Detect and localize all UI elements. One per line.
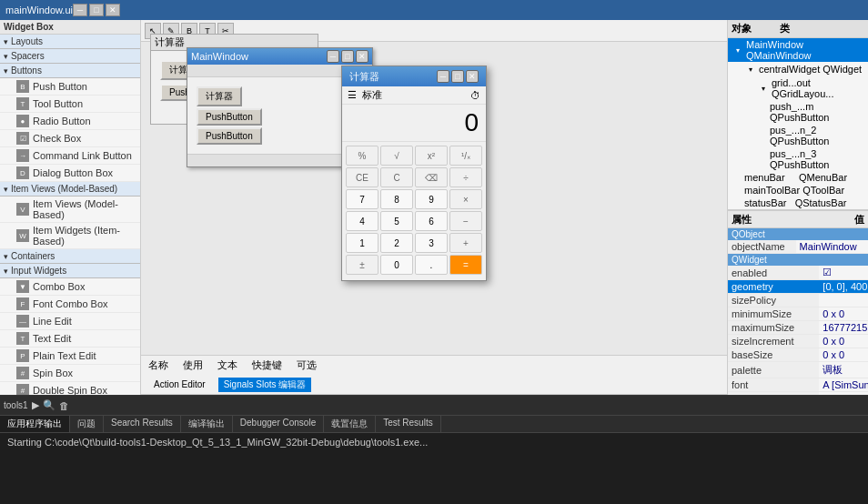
prop-section-qwidget: QWidget: [728, 254, 868, 266]
mw-title-text: MainWindow: [191, 51, 248, 62]
calc-max-btn[interactable]: □: [451, 70, 464, 83]
tab-deploy-info[interactable]: 载置信息: [324, 416, 376, 432]
designer-status-bar: 名称 使用 文本 快捷键 可选: [141, 355, 727, 375]
calc-sqrt-btn[interactable]: √: [380, 146, 413, 166]
widget-dialog-btn-box[interactable]: D Dialog Button Box: [0, 165, 140, 182]
status-name: 名称: [148, 358, 168, 372]
tree-grid-layout[interactable]: ▾ grid...out QGridLayou...: [728, 76, 868, 100]
action-editor-tab[interactable]: Action Editor: [148, 378, 211, 390]
calc-7-btn[interactable]: 7: [346, 189, 378, 209]
calc-ce-btn[interactable]: CE: [346, 167, 378, 187]
widget-spin-box[interactable]: # Spin Box: [0, 365, 140, 382]
widget-font-combo[interactable]: F Font Combo Box: [0, 296, 140, 313]
calc-5-btn[interactable]: 5: [380, 211, 413, 231]
bottom-search-icon[interactable]: 🔍: [43, 399, 56, 411]
widget-radio-button[interactable]: ● Radio Button: [0, 113, 140, 130]
category-spacers[interactable]: Spacers: [0, 49, 140, 64]
calc-display: 0: [342, 105, 486, 142]
category-layouts[interactable]: Layouts: [0, 35, 140, 49]
mw-maximize-btn[interactable]: □: [341, 50, 354, 63]
tab-app-output[interactable]: 应用程序输出: [0, 416, 70, 432]
tree-main-window[interactable]: ▾ MainWindow QMainWindow: [728, 38, 868, 62]
signals-slots-tab[interactable]: Signals Slots 编辑器: [218, 378, 312, 392]
calc-sub-btn[interactable]: −: [449, 211, 482, 231]
calc-2-btn[interactable]: 2: [380, 233, 413, 253]
tab-issues[interactable]: 问题: [70, 416, 104, 432]
tree-status-bar[interactable]: statusBar QStatusBar: [728, 197, 868, 209]
calc-1-btn[interactable]: 1: [346, 233, 378, 253]
calc-inv-btn[interactable]: ¹/ₓ: [449, 146, 482, 166]
prop-object-name-value[interactable]: MainWindow: [796, 240, 868, 254]
status-optional: 可选: [297, 358, 317, 372]
widget-item-views[interactable]: V Item Views (Model-Based): [0, 197, 140, 223]
calc-9-btn[interactable]: 9: [415, 189, 448, 209]
widget-text-edit[interactable]: T Text Edit: [0, 330, 140, 348]
category-buttons[interactable]: Buttons: [0, 64, 140, 78]
prop-geometry-row[interactable]: geometry [0, 0], 400 x 3...: [728, 280, 868, 294]
command-link-icon: →: [16, 149, 29, 162]
widget-plain-text[interactable]: P Plain Text Edit: [0, 348, 140, 365]
calc-6-btn[interactable]: 6: [415, 211, 448, 231]
tab-test-results[interactable]: Test Results: [376, 416, 440, 432]
close-button[interactable]: ✕: [106, 4, 120, 16]
tree-push-btn-2[interactable]: pus_...n_2 QPushButton: [728, 124, 868, 147]
calc-menu-bar: ☰ 标准 ⏱: [342, 86, 486, 105]
calc-close-btn[interactable]: ✕: [466, 70, 479, 83]
calc-c-btn[interactable]: C: [380, 167, 413, 187]
widget-item-widgets[interactable]: W Item Widgets (Item-Based): [0, 223, 140, 249]
widget-double-spin[interactable]: # Double Spin Box: [0, 382, 140, 395]
calc-mul-btn[interactable]: ×: [449, 189, 482, 209]
calc-menu-icon[interactable]: ☰: [348, 89, 357, 101]
tab-debugger-console[interactable]: Debugger Console: [233, 416, 324, 432]
calc-8-btn[interactable]: 8: [380, 189, 413, 209]
prop-size-inc-row: sizeIncrement 0 x 0: [728, 335, 868, 348]
tab-search-results[interactable]: Search Results: [104, 416, 181, 432]
calc-3-btn[interactable]: 3: [415, 233, 448, 253]
widget-push-button[interactable]: B Push Button: [0, 78, 140, 96]
mw-minimize-btn[interactable]: ─: [327, 50, 339, 63]
tool-button-icon: T: [16, 97, 29, 110]
mw-close-btn[interactable]: ✕: [356, 50, 368, 63]
tree-push-btn-1[interactable]: push_...m QPushButton: [728, 100, 868, 124]
calc-0-btn[interactable]: 0: [380, 255, 413, 275]
bottom-run-icon[interactable]: ▶: [32, 399, 39, 411]
calc-dot-btn[interactable]: .: [415, 255, 448, 275]
status-shortcut: 快捷键: [252, 358, 282, 372]
calc-div-btn[interactable]: ÷: [449, 167, 482, 187]
minimize-button[interactable]: ─: [73, 4, 87, 16]
prop-enabled-row: enabled ☑: [728, 266, 868, 280]
calc-back-btn[interactable]: ⌫: [415, 167, 448, 187]
widget-tool-button[interactable]: T Tool Button: [0, 96, 140, 113]
tree-toolbar[interactable]: mainToolBar QToolBar: [728, 184, 868, 197]
widget-command-link[interactable]: → Command Link Button: [0, 147, 140, 165]
calc-eq-btn[interactable]: =: [449, 255, 482, 275]
calc-row-4: 4 5 6 −: [346, 211, 482, 231]
calc-4-btn[interactable]: 4: [346, 211, 378, 231]
calc-history-icon[interactable]: ⏱: [470, 90, 480, 101]
mw-calc-btn[interactable]: 计算器: [197, 86, 242, 106]
category-input-widgets[interactable]: Input Widgets: [0, 264, 140, 278]
calc-pct-btn[interactable]: %: [346, 146, 378, 166]
tab-compile-output[interactable]: 编译输出: [181, 416, 233, 432]
mw-push-btn-1[interactable]: PushButton: [197, 108, 262, 126]
calc-min-btn[interactable]: ─: [437, 70, 449, 83]
tree-menu-bar[interactable]: menuBar QMenuBar: [728, 171, 868, 184]
calc-add-btn[interactable]: +: [449, 233, 482, 253]
category-item-views[interactable]: Item Views (Model-Based): [0, 182, 140, 197]
widget-line-edit[interactable]: — Line Edit: [0, 313, 140, 330]
calc-sq-btn[interactable]: x²: [415, 146, 448, 166]
tree-push-btn-3[interactable]: pus_...n_3 QPushButton: [728, 147, 868, 171]
maximize-button[interactable]: □: [89, 4, 104, 16]
calc-sign-btn[interactable]: ±: [346, 255, 378, 275]
tree-central-widget[interactable]: ▾ centralWidget QWidget: [728, 62, 868, 76]
bottom-clear-icon[interactable]: 🗑: [59, 400, 69, 411]
prop-palette-row: palette 调板: [728, 362, 868, 378]
calc-title-bar: 计算器 ─ □ ✕: [342, 66, 486, 86]
widget-check-box[interactable]: ☑ Check Box: [0, 130, 140, 147]
line-edit-icon: —: [16, 315, 29, 328]
plain-text-icon: P: [16, 349, 29, 362]
category-containers[interactable]: Containers: [0, 249, 140, 264]
widget-combo-box[interactable]: ▼ Combo Box: [0, 278, 140, 296]
dialog-btn-box-icon: D: [16, 166, 29, 179]
mw-push-btn-2[interactable]: PushButton: [197, 127, 262, 145]
